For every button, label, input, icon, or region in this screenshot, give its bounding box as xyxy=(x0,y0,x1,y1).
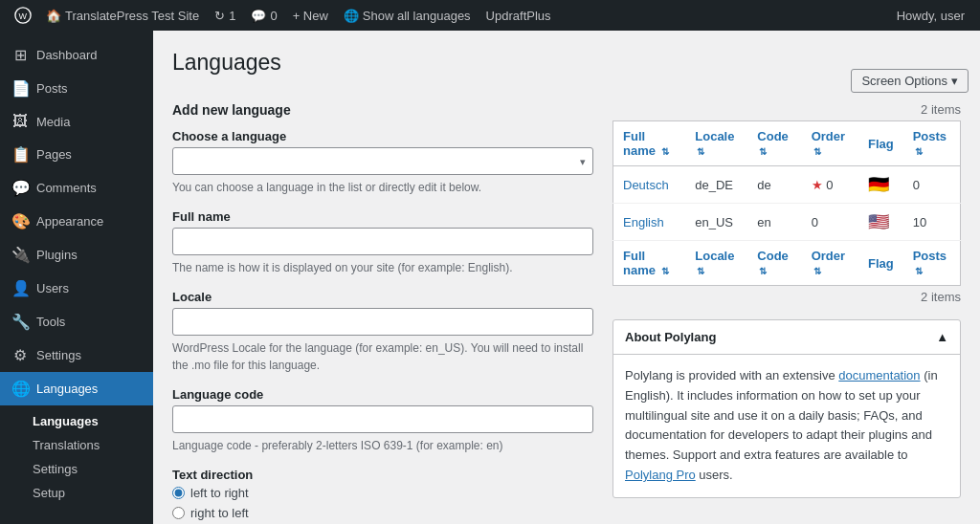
radio-rtl[interactable] xyxy=(172,507,185,519)
about-polylang-box: About Polylang ▲ Polylang is provided wi… xyxy=(612,319,961,498)
sidebar-item-appearance[interactable]: 🎨 Appearance xyxy=(0,205,153,238)
about-polylang-title: About Polylang xyxy=(625,330,716,344)
lang-link-english[interactable]: English xyxy=(623,215,664,229)
adminbar-comments[interactable]: 💬 0 xyxy=(243,0,284,31)
sidebar-item-settings[interactable]: ⚙ Settings xyxy=(0,338,153,372)
choose-language-description: You can choose a language in the list or… xyxy=(172,179,593,196)
adminbar-howdy[interactable]: Howdy, user xyxy=(889,0,972,31)
sidebar-item-pages[interactable]: 📋 Pages xyxy=(0,138,153,171)
submenu-item-translations[interactable]: Translations xyxy=(0,433,153,457)
adminbar-site[interactable]: 🏠 TranslatePress Test Site xyxy=(38,0,207,31)
adminbar-updraftplus[interactable]: UpdraftPlus xyxy=(479,0,559,31)
adminbar-updates[interactable]: ↻ 1 xyxy=(207,0,243,31)
sidebar-item-dashboard[interactable]: ⊞ Dashboard xyxy=(0,38,153,72)
adminbar-new[interactable]: + New xyxy=(285,0,336,31)
choose-language-select[interactable] xyxy=(172,147,593,175)
sidebar-item-label-media: Media xyxy=(36,115,70,129)
sidebar-item-label-plugins: Plugins xyxy=(36,248,78,262)
sidebar-item-languages[interactable]: 🌐 Languages xyxy=(0,372,153,405)
cell-code-deutsch: de xyxy=(747,166,801,204)
language-code-label: Language code xyxy=(172,387,593,402)
text-direction-field: Text direction left to right right to le… xyxy=(172,468,593,524)
sort-icon-locale: ⇅ xyxy=(697,146,704,157)
col-full-name[interactable]: Full name ⇅ xyxy=(613,121,686,166)
col-order-label: Order xyxy=(812,129,845,143)
col-full-name-label: Full name xyxy=(623,129,656,158)
update-count: 1 xyxy=(229,9,235,23)
sidebar-item-posts[interactable]: 📄 Posts xyxy=(0,72,153,105)
submenu-item-lang-settings[interactable]: Settings xyxy=(0,457,153,481)
choose-language-field: Choose a language ▾ You can choose a lan… xyxy=(172,129,593,196)
sidebar-item-media[interactable]: 🖼 Media xyxy=(0,105,153,138)
submenu-item-languages[interactable]: Languages xyxy=(0,409,153,433)
col-code-foot[interactable]: Code ⇅ xyxy=(747,241,801,286)
text-direction-label: Text direction xyxy=(172,468,593,482)
settings-icon: ⚙ xyxy=(11,346,29,364)
sidebar-item-plugins[interactable]: 🔌 Plugins xyxy=(0,238,153,272)
about-polylang-text-pre: Polylang is provided with an extensive xyxy=(625,368,838,382)
updates-icon: ↻ xyxy=(214,9,225,23)
updraftplus-label: UpdraftPlus xyxy=(486,9,551,23)
documentation-link[interactable]: documentation xyxy=(838,368,920,382)
sort-icon-full-name: ⇅ xyxy=(661,146,669,157)
sidebar-item-users[interactable]: 👤 Users xyxy=(0,272,153,305)
tools-icon: 🔧 xyxy=(11,313,29,331)
table-head: Full name ⇅ Locale ⇅ Code ⇅ xyxy=(613,121,961,166)
col-order-foot-label: Order xyxy=(812,249,845,263)
cell-full-name-english: English xyxy=(613,204,686,241)
adminbar-show-all-languages[interactable]: 🌐 Show all languages xyxy=(336,0,479,31)
screen-options-btn[interactable]: Screen Options ▾ xyxy=(851,69,969,93)
col-posts-foot[interactable]: Posts ⇅ xyxy=(903,241,961,286)
lang-link-deutsch[interactable]: Deutsch xyxy=(623,178,669,192)
svg-text:W: W xyxy=(19,11,28,21)
radio-ltr[interactable] xyxy=(172,487,185,499)
col-locale-foot[interactable]: Locale ⇅ xyxy=(685,241,747,286)
collapse-polylang-icon: ▲ xyxy=(936,330,948,344)
sort-icon-posts-foot: ⇅ xyxy=(915,266,923,276)
cell-posts-deutsch: 0 xyxy=(903,166,961,204)
sidebar-item-label-settings: Settings xyxy=(36,348,81,362)
col-full-name-foot-label: Full name xyxy=(623,249,656,277)
polylang-pro-link[interactable]: Polylang Pro xyxy=(625,468,696,482)
about-polylang-header[interactable]: About Polylang ▲ xyxy=(613,320,960,355)
radio-rtl-label[interactable]: right to left xyxy=(172,506,593,520)
order-value-deutsch: 0 xyxy=(826,178,833,192)
screen-options-button[interactable]: Screen Options ▾ xyxy=(851,69,969,93)
col-locale-foot-label: Locale xyxy=(695,249,734,263)
col-order-foot[interactable]: Order ⇅ xyxy=(802,241,858,286)
about-polylang-text-post: users. xyxy=(696,468,733,482)
submenu-item-setup[interactable]: Setup xyxy=(0,481,153,505)
col-locale[interactable]: Locale ⇅ xyxy=(685,121,747,166)
posts-icon: 📄 xyxy=(11,79,29,98)
layout: ⊞ Dashboard 📄 Posts 🖼 Media 📋 Pages 💬 Co… xyxy=(0,31,980,524)
choose-language-select-wrapper: ▾ xyxy=(172,147,593,175)
col-order[interactable]: Order ⇅ xyxy=(802,121,858,166)
sidebar-item-tools[interactable]: 🔧 Tools xyxy=(0,305,153,338)
locale-input[interactable] xyxy=(172,308,593,336)
col-code[interactable]: Code ⇅ xyxy=(747,121,801,166)
sidebar-item-label-dashboard: Dashboard xyxy=(36,48,98,62)
cell-code-english: en xyxy=(747,204,801,241)
col-posts-foot-label: Posts xyxy=(913,249,947,263)
locale-label: Locale xyxy=(172,290,593,304)
sort-icon-order: ⇅ xyxy=(813,146,821,157)
sidebar-item-comments[interactable]: 💬 Comments xyxy=(0,171,153,205)
col-code-label: Code xyxy=(757,129,789,143)
appearance-icon: 🎨 xyxy=(11,212,29,230)
adminbar-right: Howdy, user xyxy=(889,0,972,31)
sidebar-item-label-comments: Comments xyxy=(36,181,97,195)
col-full-name-foot[interactable]: Full name ⇅ xyxy=(613,241,686,286)
cell-locale-english: en_US xyxy=(685,204,747,241)
language-code-input[interactable] xyxy=(172,405,593,433)
star-icon: ★ xyxy=(812,178,823,192)
sort-icon-posts: ⇅ xyxy=(915,146,923,157)
locale-description: WordPress Locale for the language (for e… xyxy=(172,339,593,374)
radio-ltr-label[interactable]: left to right xyxy=(172,486,593,500)
full-name-input[interactable] xyxy=(172,228,593,255)
full-name-field: Full name The name is how it is displaye… xyxy=(172,209,593,276)
col-posts[interactable]: Posts ⇅ xyxy=(903,121,961,166)
col-code-foot-label: Code xyxy=(757,249,789,263)
table-row: Deutsch de_DE de ★ 0 🇩🇪 0 xyxy=(613,166,961,204)
col-locale-label: Locale xyxy=(695,129,734,143)
wp-logo[interactable]: W xyxy=(8,0,38,31)
